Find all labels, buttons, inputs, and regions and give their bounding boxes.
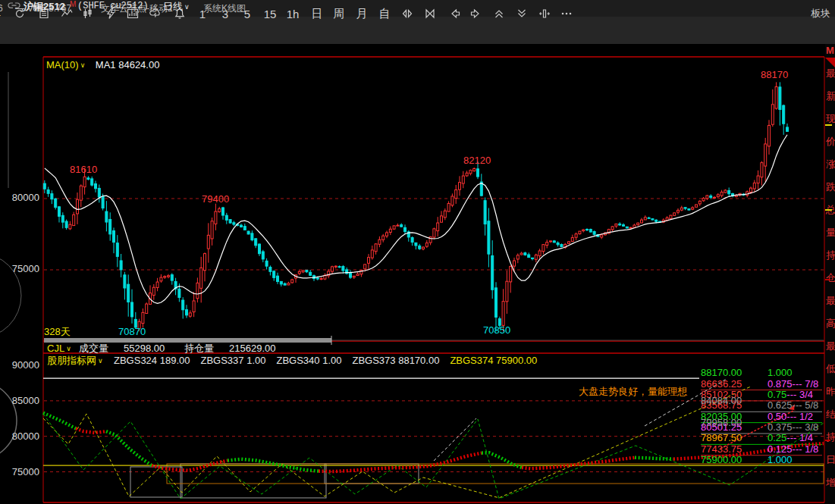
fib-ratio: 1.000 (761, 368, 793, 378)
fib-ratio: 0.50--- 1/2 (761, 412, 813, 422)
open-interest-value: 215629.00 (229, 343, 275, 354)
fib-price: 88170.00 (701, 368, 761, 378)
fib-ratio: 0.375--- 3/8 (761, 422, 818, 433)
indicator-param: ZBGS374 75900.00 (450, 355, 548, 366)
price-annotation: 70870 (118, 327, 146, 337)
fib-ghost-label: 84084.00 (701, 396, 742, 406)
fib-level-row: 88170.001.000 (701, 368, 824, 378)
fib-ghost-label: 79958.00 (701, 418, 742, 428)
fib-ratio: 0.625--- 5/8 (761, 400, 818, 411)
indicator-param: ZBGS340 1.00 (276, 355, 352, 366)
fib-level-row: 77433.750.125--- 1/8 (701, 444, 824, 455)
price-annotation: 70850 (483, 325, 510, 336)
y-axis-tick: 80000 (2, 431, 39, 442)
y-axis-tick: 75000 (2, 467, 39, 477)
chevron-down-icon: ∨ (79, 61, 86, 69)
lower-indicator-header: 股朋指标网∨ ZBGS324 189.00ZBGS337 1.00ZBGS340… (44, 355, 824, 366)
chevron-down-icon: ∨ (64, 345, 71, 352)
fib-price: 78967.50 (701, 433, 761, 443)
visible-days-label: 328天 (44, 327, 71, 337)
chevron-down-icon: ∨ (96, 357, 103, 365)
ma-indicator-label[interactable]: MA(10)∨ MA1 84624.00 (46, 60, 159, 71)
fib-ratio: 0.25--- 1/4 (761, 433, 813, 443)
y-axis-tick: 75000 (2, 264, 39, 274)
fib-price: 86636.25 (701, 379, 761, 390)
quote-panel-clipped[interactable]: M 最新现价涨跌总量持仓最高最低昨结持日增 (825, 44, 835, 504)
indicator-param: ZBGS337 1.00 (200, 355, 276, 366)
fib-level-row: 86636.250.875--- 7/8 (701, 379, 824, 390)
trading-app-window: { "title_bar": { "left_fragment": "6", "… (0, 0, 835, 504)
price-annotation: 79400 (202, 194, 229, 205)
fib-price: 75900.00 (701, 455, 761, 465)
cjl-indicator-selector[interactable]: CJL∨ (47, 343, 71, 355)
fib-ratio: 0.75--- 3/4 (761, 390, 813, 400)
y-axis-tick: 80000 (2, 193, 39, 203)
indicator-param: ZBGS373 88170.00 (352, 355, 450, 366)
price-annotation: 88170 (761, 70, 788, 80)
y-axis-tick: 85000 (2, 396, 39, 406)
fib-level-row: 75900.001.000 (701, 455, 824, 465)
volume-label: 成交量 (79, 343, 108, 354)
price-annotation: 82120 (463, 155, 491, 166)
fib-level-row: 78967.500.25--- 1/4 (701, 433, 824, 443)
indicator-param: ZBGS324 189.00 (114, 355, 200, 366)
open-interest-label: 持仓量 (184, 343, 214, 354)
lower-indicator-selector[interactable]: 股朋指标网∨ (47, 355, 103, 368)
market-note: 大盘走势良好，量能理想 (579, 387, 687, 397)
cjl-pane-header: CJL∨ 成交量 55298.00 持仓量 215629.00 (44, 343, 824, 354)
fib-ratio: 0.125--- 1/8 (761, 444, 818, 455)
price-annotation: 81610 (70, 164, 97, 175)
y-axis-tick: 90000 (2, 360, 39, 371)
fib-price: 77433.75 (701, 444, 761, 455)
fib-ratio: 1.000 (761, 455, 793, 465)
volume-value: 55298.00 (124, 343, 165, 354)
fib-ratio: 0.875--- 7/8 (761, 379, 818, 390)
